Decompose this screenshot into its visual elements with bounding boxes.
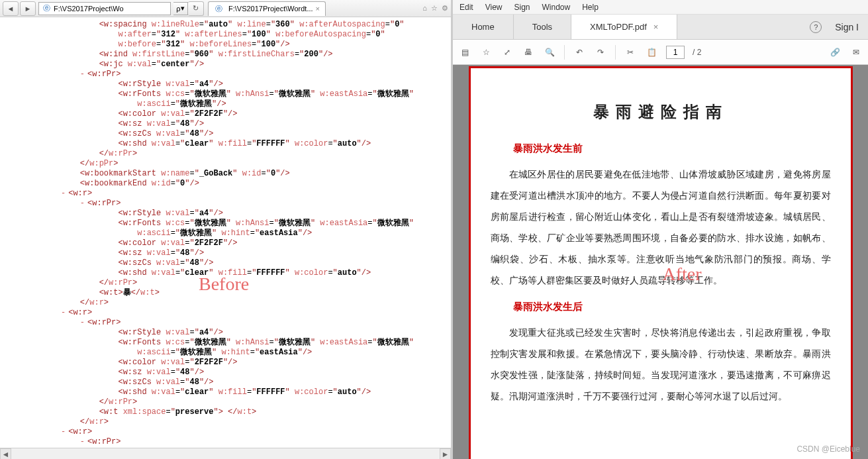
collapse-icon[interactable]: -	[61, 189, 68, 198]
home-icon[interactable]: ⌂	[422, 4, 427, 13]
xml-line: <w:t>暴</w:t>	[13, 288, 446, 298]
xml-line: <w:szCs w:val="48"/>	[13, 258, 446, 268]
cut-icon[interactable]: ✂	[624, 46, 637, 59]
xml-line: -<w:r>	[13, 427, 446, 437]
menu-window[interactable]: Window	[542, 3, 571, 12]
scroll-left-icon[interactable]: ◄	[0, 448, 11, 459]
xml-line: <w:shd w:val="clear" w:fill="FFFFFF" w:c…	[13, 139, 446, 149]
tab-document[interactable]: XMLToPDF.pdf ×	[571, 15, 677, 39]
ie-icon: ⓔ	[214, 4, 223, 13]
gear-icon[interactable]: ⚙	[442, 4, 448, 13]
clipboard-icon[interactable]: 📋	[645, 46, 658, 59]
horizontal-scrollbar[interactable]: ◄ ►	[0, 448, 451, 459]
star-icon[interactable]: ☆	[479, 46, 493, 59]
redo-icon[interactable]: ↷	[594, 46, 607, 59]
xml-line: <w:shd w:val="clear" w:fill="FFFFFF" w:c…	[13, 268, 446, 278]
menu-view[interactable]: View	[485, 3, 503, 12]
xml-line: <w:sz w:val="48"/>	[13, 368, 446, 378]
tab-tools[interactable]: Tools	[514, 15, 571, 39]
xml-line: </w:rPr>	[13, 278, 446, 288]
doc-paragraph: 在城区外居住的居民要避免在低洼地带、山体滑坡威胁区域建房，避免将房屋建在受河道出…	[491, 164, 831, 291]
xml-line: <w:sz w:val="48"/>	[13, 248, 446, 258]
xml-line: </w:rPr>	[13, 397, 446, 407]
xml-line: <w:rFonts w:cs="微软雅黑" w:hAnsi="微软雅黑" w:e…	[13, 338, 446, 348]
ie-icon: ⓔ	[42, 4, 51, 13]
star-icon[interactable]: ☆	[431, 4, 438, 13]
xml-line: w:ascii="微软雅黑"/>	[13, 99, 446, 109]
xml-line: -<w:r>	[13, 308, 446, 318]
xml-line: </w:r>	[13, 417, 446, 427]
link-icon[interactable]: 🔗	[828, 46, 842, 59]
collapse-icon[interactable]: -	[80, 199, 87, 208]
sidebar-icon[interactable]: ▤	[458, 46, 471, 59]
zoom-icon[interactable]: ⤢	[501, 46, 514, 59]
xml-line: <w:spacing w:lineRule="auto" w:line="360…	[13, 20, 446, 30]
search-button[interactable]: ρ ▾	[173, 2, 188, 15]
xml-line: <w:rFonts w:cs="微软雅黑" w:hAnsi="微软雅黑" w:e…	[13, 89, 446, 99]
xml-line: <w:rStyle w:val="a4"/>	[13, 447, 446, 448]
scroll-right-icon[interactable]: ►	[440, 448, 451, 459]
xml-line: -<w:rPr>	[13, 318, 446, 328]
collapse-icon[interactable]: -	[61, 427, 68, 436]
xml-line: <w:color w:val="2F2F2F"/>	[13, 238, 446, 248]
menu-sign[interactable]: Sign	[514, 3, 530, 12]
menu-edit[interactable]: Edit	[459, 3, 473, 12]
pdf-tabbar: Home Tools XMLToPDF.pdf × ? Sign I	[453, 15, 868, 40]
xml-line: <w:color w:val="2F2F2F"/>	[13, 109, 446, 119]
pdf-page: 暴雨避险指南 暴雨洪水发生前 在城区外居住的居民要避免在低洼地带、山体滑坡威胁区…	[469, 66, 853, 459]
mail-icon[interactable]: ✉	[849, 46, 863, 59]
forward-button[interactable]: ►	[20, 1, 36, 16]
address-bar[interactable]: ⓔ F:\VS2017Project\Wo	[38, 2, 171, 15]
xml-line: <w:jc w:val="center"/>	[13, 60, 446, 70]
help-icon[interactable]: ?	[810, 21, 822, 33]
xml-line: <w:sz w:val="48"/>	[13, 119, 446, 129]
xml-line: </w:pPr>	[13, 159, 446, 169]
xml-line: -<w:rPr>	[13, 70, 446, 79]
watermark: CSDN @Eiceblue	[796, 444, 860, 454]
page-input[interactable]	[666, 46, 685, 59]
page-total: / 2	[693, 48, 701, 57]
xml-line: <w:rStyle w:val="a4"/>	[13, 209, 446, 219]
xml-line: -<w:r>	[13, 189, 446, 199]
xml-content[interactable]: <w:spacing w:lineRule="auto" w:line="360…	[0, 17, 451, 448]
search-icon[interactable]: 🔍	[543, 46, 556, 59]
xml-line: w:ascii="微软雅黑" w:hint="eastAsia"/>	[13, 229, 446, 238]
refresh-button[interactable]: ↻	[188, 1, 204, 16]
address-text: F:\VS2017Project\Wo	[54, 5, 124, 13]
pdf-menubar: EditViewSignWindowHelp	[453, 0, 868, 15]
xml-line: <w:color w:val="2F2F2F"/>	[13, 358, 446, 368]
xml-line: <w:shd w:val="clear" w:fill="FFFFFF" w:c…	[13, 387, 446, 397]
xml-line: <w:ind w:firstLine="960" w:firstLineChar…	[13, 50, 446, 60]
print-icon[interactable]: 🖶	[522, 46, 535, 59]
ie-titlebar: ◄ ► ⓔ F:\VS2017Project\Wo ρ ▾ ↻ ⓔ F:\VS2…	[0, 0, 451, 17]
back-button[interactable]: ◄	[3, 1, 19, 16]
browser-tab[interactable]: ⓔ F:\VS2017Project\Wordt... ×	[208, 1, 326, 16]
close-icon[interactable]: ×	[653, 22, 659, 32]
xml-line: w:after="312" w:afterLines="100" w:befor…	[13, 30, 446, 40]
collapse-icon[interactable]: -	[80, 437, 87, 446]
close-icon[interactable]: ×	[316, 5, 320, 13]
xml-line: </w:r>	[13, 298, 446, 308]
xml-line: -<w:rPr>	[13, 437, 446, 447]
collapse-icon[interactable]: -	[61, 308, 68, 317]
collapse-icon[interactable]: -	[80, 70, 87, 79]
pdf-toolbar: ▤ ☆ ⤢ 🖶 🔍 ↶ ↷ ✂ 📋 / 2 🔗 ✉	[453, 40, 868, 65]
xml-line: <w:t xml:space="preserve"> </w:t>	[13, 407, 446, 417]
menu-help[interactable]: Help	[582, 3, 599, 12]
xml-line: <w:rFonts w:cs="微软雅黑" w:hAnsi="微软雅黑" w:e…	[13, 219, 446, 229]
undo-icon[interactable]: ↶	[573, 46, 586, 59]
doc-heading: 暴雨洪水发生后	[513, 301, 831, 313]
doc-paragraph: 发现重大征兆或已经发生灾害时，尽快将消息传递出去，引起政府重视，争取控制灾害发展…	[491, 323, 831, 407]
xml-line: w:ascii="微软雅黑" w:hint="eastAsia"/>	[13, 348, 446, 358]
pdf-viewport[interactable]: 暴雨避险指南 暴雨洪水发生前 在城区外居住的居民要避免在低洼地带、山体滑坡威胁区…	[453, 65, 868, 459]
collapse-icon[interactable]: -	[80, 318, 87, 327]
xml-line: w:before="312" w:beforeLines="100"/>	[13, 40, 446, 50]
pdf-window: EditViewSignWindowHelp Home Tools XMLToP…	[453, 0, 868, 459]
tab-home[interactable]: Home	[453, 15, 514, 39]
tab-title: F:\VS2017Project\Wordt...	[228, 5, 313, 13]
xml-line: <w:bookmarkStart w:name="_GoBack" w:id="…	[13, 169, 446, 179]
ie-window: ◄ ► ⓔ F:\VS2017Project\Wo ρ ▾ ↻ ⓔ F:\VS2…	[0, 0, 453, 459]
xml-line: <w:rStyle w:val="a4"/>	[13, 328, 446, 338]
signin-button[interactable]: Sign I	[835, 22, 859, 32]
xml-line: <w:szCs w:val="48"/>	[13, 378, 446, 387]
